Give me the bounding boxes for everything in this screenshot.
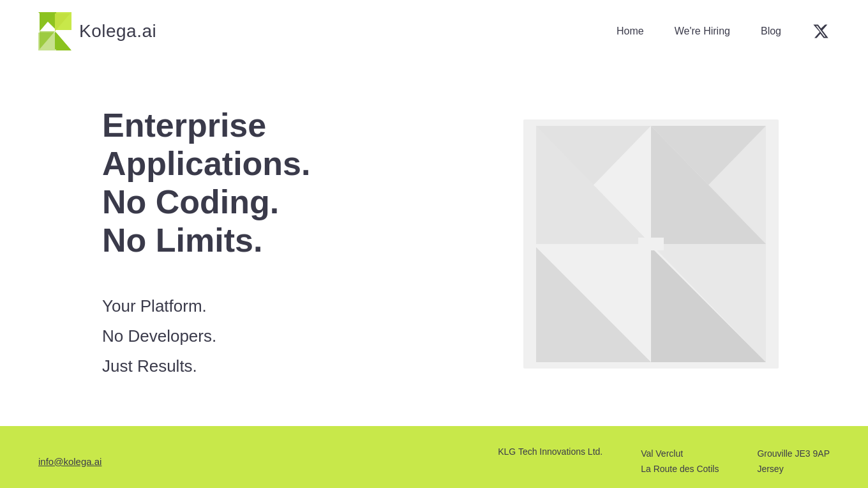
twitter-icon: [812, 23, 829, 40]
footer-postcode: Grouville JE3 9AP Jersey: [757, 446, 830, 477]
address-line-1: Val Verclut: [641, 446, 719, 462]
footer: info@kolega.ai KLG Tech Innovations Ltd.…: [0, 426, 868, 488]
logo-text: Kolega.ai: [79, 21, 156, 42]
hero-text: Enterprise Applications. No Coding. No L…: [102, 107, 472, 381]
footer-address: Val Verclut La Route des Cotils: [641, 446, 719, 477]
footer-company: KLG Tech Innovations Ltd.: [498, 446, 602, 457]
twitter-link[interactable]: [812, 22, 830, 40]
headline-line-1: Enterprise Applications.: [102, 107, 472, 183]
email-link[interactable]: info@kolega.ai: [38, 456, 101, 467]
hero-subtext: Your Platform. No Developers. Just Resul…: [102, 291, 472, 381]
nav-hiring[interactable]: We're Hiring: [675, 26, 730, 37]
main-content: Enterprise Applications. No Coding. No L…: [0, 62, 868, 426]
subtext-line-1: Your Platform.: [102, 291, 472, 321]
headline-line-3: No Limits.: [102, 222, 472, 260]
headline-line-2: No Coding.: [102, 183, 472, 222]
logo-link[interactable]: Kolega.ai: [38, 12, 156, 50]
footer-email: info@kolega.ai: [38, 456, 101, 468]
subtext-line-3: Just Results.: [102, 351, 472, 381]
postcode-line-1: Grouville JE3 9AP: [757, 446, 830, 462]
hero-image: [523, 119, 779, 369]
logo-icon: [38, 12, 71, 50]
subtext-line-2: No Developers.: [102, 321, 472, 351]
svg-rect-18: [638, 238, 664, 250]
address-line-2: La Route des Cotils: [641, 462, 719, 477]
postcode-line-2: Jersey: [757, 462, 830, 477]
footer-right: KLG Tech Innovations Ltd. Val Verclut La…: [498, 446, 830, 477]
main-nav: Home We're Hiring Blog: [617, 22, 830, 40]
header: Kolega.ai Home We're Hiring Blog: [0, 0, 868, 62]
k-decoration: [523, 119, 779, 369]
nav-home[interactable]: Home: [617, 26, 644, 37]
hero-headline: Enterprise Applications. No Coding. No L…: [102, 107, 472, 259]
nav-blog[interactable]: Blog: [761, 26, 781, 37]
